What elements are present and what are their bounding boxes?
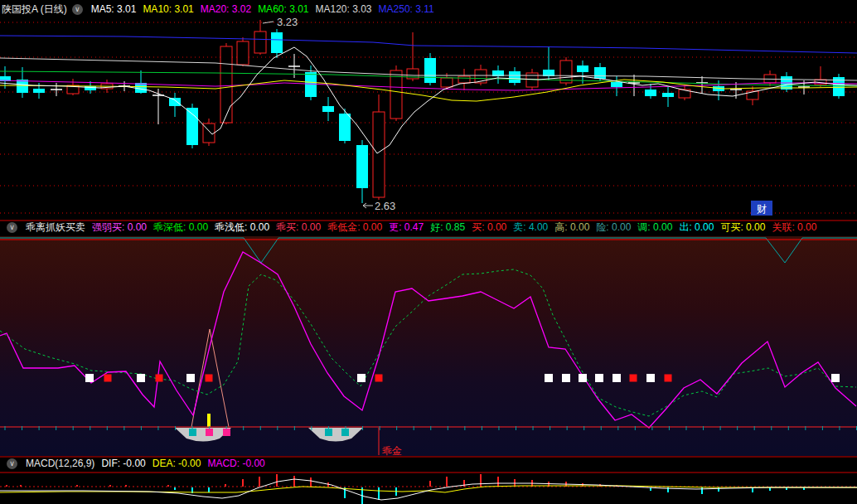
- candle-down: [577, 65, 588, 72]
- candle-down: [305, 72, 317, 97]
- low-annotation-label: 2.63: [375, 200, 395, 212]
- yellow-signal-bar: [207, 414, 211, 427]
- indicator-readout: 强弱买: 0.00: [92, 220, 147, 234]
- candle-up: [458, 76, 470, 83]
- indicator-readout: 出: 0.00: [679, 220, 714, 234]
- ma-readout: MA20: 3.02: [201, 2, 251, 16]
- red-signal-square: [206, 375, 213, 382]
- ma-readout: MA5: 3.01: [91, 2, 137, 16]
- indicator-readout: 好: 0.85: [430, 220, 465, 234]
- red-signal-square: [156, 375, 163, 382]
- gold-mark-label: 乖金: [382, 445, 402, 457]
- chart-canvas: 3.232.63财乖金: [0, 0, 857, 504]
- red-signal-square: [104, 375, 112, 382]
- white-signal-square: [186, 374, 195, 382]
- red-signal-square: [630, 375, 637, 382]
- indicator-readout: 乖买: 0.00: [276, 220, 321, 234]
- white-signal-square: [545, 374, 553, 382]
- teal-pond-marker: [189, 429, 196, 436]
- ma250-line: [0, 36, 857, 53]
- candle-down: [594, 67, 606, 79]
- indicator-readout: 乖低金: 0.00: [327, 220, 382, 234]
- white-signal-square: [562, 374, 570, 382]
- candle-up: [560, 61, 572, 83]
- macd-readout: DEA: -0.00: [153, 457, 201, 470]
- candle-down: [271, 32, 283, 53]
- candle-up: [441, 78, 453, 87]
- candle-down: [645, 90, 656, 96]
- candle-down: [509, 71, 520, 83]
- indicator-readout: 调: 0.00: [637, 220, 672, 234]
- ma-readout: MA250: 3.11: [379, 2, 434, 16]
- white-signal-square: [85, 374, 94, 382]
- indicator-readout: 更: 0.47: [389, 220, 424, 234]
- main-chart-header: 陕国投A (日线) ∨ MA5: 3.01 MA10: 3.01 MA20: 3…: [2, 2, 434, 16]
- macd-readout: MACD: -0.00: [207, 457, 264, 470]
- candle-down: [33, 89, 45, 93]
- macd-header: ∨ MACD(12,26,9) DIF: -0.00 DEA: -0.00 MA…: [2, 457, 265, 470]
- candle-down: [322, 106, 334, 112]
- indicator-readout: 买: 0.00: [472, 220, 506, 234]
- candle-down: [169, 98, 181, 106]
- indicator-readout: 乖浅低: 0.00: [215, 220, 269, 234]
- candle-up: [254, 32, 266, 53]
- indicator-header: ∨ 乖离抓妖买卖 强弱买: 0.00 乖深低: 0.00 乖浅低: 0.00 乖…: [2, 220, 816, 234]
- candle-down: [662, 93, 674, 97]
- candle-down: [424, 58, 436, 83]
- red-signal-square: [665, 375, 672, 382]
- white-signal-square: [357, 374, 366, 382]
- pink-pond-marker: [206, 429, 213, 436]
- candle-up: [220, 46, 232, 123]
- high-annotation-arrow: [263, 22, 274, 23]
- white-signal-square: [579, 374, 587, 382]
- stock-title: 陕国投A (日线): [2, 2, 67, 16]
- macd-readout: DIF: -0.00: [101, 457, 145, 470]
- white-signal-square: [831, 374, 840, 382]
- chevron-down-icon[interactable]: ∨: [7, 222, 17, 233]
- chevron-down-icon[interactable]: ∨: [72, 4, 83, 15]
- white-signal-square: [612, 374, 621, 382]
- indicator-readout: 险: 0.00: [596, 220, 631, 234]
- white-signal-square: [595, 374, 603, 382]
- candle-down: [339, 114, 351, 141]
- pink-pond-marker: [223, 429, 230, 436]
- indicator-readout: 可买: 0.00: [720, 220, 765, 234]
- indicator-title: 乖离抓妖买卖: [26, 220, 85, 234]
- chevron-down-icon[interactable]: ∨: [7, 458, 17, 469]
- candle-down: [611, 82, 622, 87]
- candle-down: [356, 145, 368, 188]
- candle-up: [373, 112, 385, 197]
- dif-line: [0, 479, 857, 500]
- ma-readout: MA10: 3.01: [143, 2, 193, 16]
- indicator-readout: 卖: 4.00: [513, 220, 548, 234]
- macd-readout: MACD(12,26,9): [26, 457, 94, 470]
- candle-down: [17, 80, 28, 93]
- teal-pond-marker: [325, 429, 332, 436]
- red-signal-square: [375, 375, 383, 382]
- candle-up: [237, 41, 249, 65]
- indicator-panel-background: [0, 236, 857, 456]
- ma-readout: MA120: 3.03: [316, 2, 372, 16]
- candle-up: [390, 70, 402, 119]
- high-annotation-label: 3.23: [277, 16, 298, 28]
- indicator-readout: 乖深低: 0.00: [153, 220, 208, 234]
- indicator-readout: 关联: 0.00: [772, 220, 816, 234]
- white-signal-square: [646, 374, 655, 382]
- finance-tab-label[interactable]: 财: [757, 203, 767, 215]
- indicator-readout: 高: 0.00: [554, 220, 589, 234]
- ma-readout: MA60: 3.01: [258, 2, 308, 16]
- candle-down: [186, 108, 198, 145]
- teal-pond-marker: [341, 429, 349, 436]
- white-signal-square: [137, 374, 145, 382]
